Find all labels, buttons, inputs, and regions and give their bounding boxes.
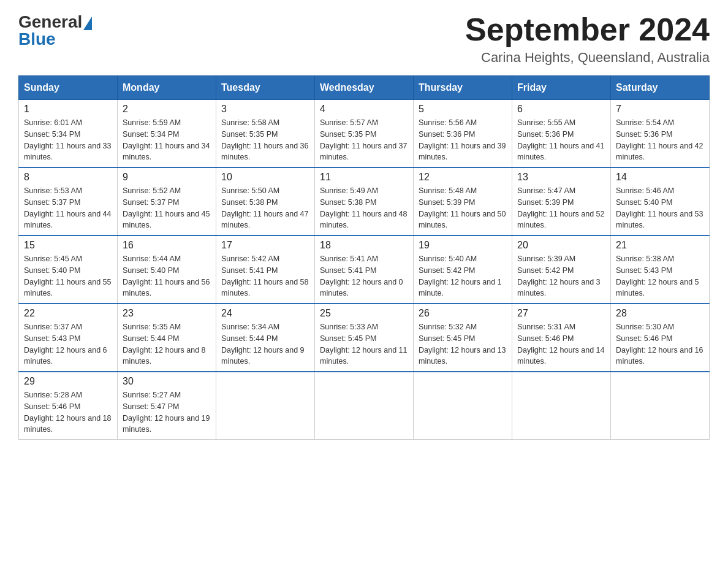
day-info: Sunrise: 5:41 AMSunset: 5:41 PMDaylight:…: [320, 253, 408, 299]
day-number: 18: [320, 240, 408, 251]
day-info: Sunrise: 5:56 AMSunset: 5:36 PMDaylight:…: [419, 117, 507, 163]
day-number: 20: [517, 240, 605, 251]
calendar-cell: 13 Sunrise: 5:47 AMSunset: 5:39 PMDaylig…: [512, 167, 611, 236]
calendar-cell: 30 Sunrise: 5:27 AMSunset: 5:47 PMDaylig…: [118, 372, 216, 440]
day-info: Sunrise: 5:28 AMSunset: 5:46 PMDaylight:…: [24, 389, 112, 435]
day-info: Sunrise: 5:50 AMSunset: 5:38 PMDaylight:…: [221, 185, 309, 231]
day-info: Sunrise: 5:32 AMSunset: 5:45 PMDaylight:…: [419, 321, 507, 367]
day-info: Sunrise: 5:34 AMSunset: 5:44 PMDaylight:…: [221, 321, 309, 367]
calendar-cell: 16 Sunrise: 5:44 AMSunset: 5:40 PMDaylig…: [118, 236, 216, 304]
calendar-cell: 12 Sunrise: 5:48 AMSunset: 5:39 PMDaylig…: [414, 167, 512, 236]
calendar-cell: 9 Sunrise: 5:52 AMSunset: 5:37 PMDayligh…: [118, 167, 216, 236]
calendar-cell: 11 Sunrise: 5:49 AMSunset: 5:38 PMDaylig…: [315, 167, 414, 236]
calendar-cell: 28 Sunrise: 5:30 AMSunset: 5:46 PMDaylig…: [611, 304, 710, 372]
day-number: 23: [123, 308, 211, 319]
calendar-cell: 19 Sunrise: 5:40 AMSunset: 5:42 PMDaylig…: [414, 236, 512, 304]
day-number: 22: [24, 308, 112, 319]
calendar-cell: 10 Sunrise: 5:50 AMSunset: 5:38 PMDaylig…: [216, 167, 315, 236]
day-number: 13: [517, 172, 605, 183]
day-number: 17: [221, 240, 309, 251]
day-info: Sunrise: 5:59 AMSunset: 5:34 PMDaylight:…: [123, 117, 211, 163]
day-info: Sunrise: 5:38 AMSunset: 5:43 PMDaylight:…: [616, 253, 704, 299]
calendar-week-row: 1 Sunrise: 6:01 AMSunset: 5:34 PMDayligh…: [19, 100, 710, 168]
calendar-week-row: 8 Sunrise: 5:53 AMSunset: 5:37 PMDayligh…: [19, 167, 710, 236]
calendar-cell: 15 Sunrise: 5:45 AMSunset: 5:40 PMDaylig…: [19, 236, 118, 304]
day-info: Sunrise: 5:27 AMSunset: 5:47 PMDaylight:…: [123, 389, 211, 435]
day-info: Sunrise: 5:33 AMSunset: 5:45 PMDaylight:…: [320, 321, 408, 367]
calendar-cell: 4 Sunrise: 5:57 AMSunset: 5:35 PMDayligh…: [315, 100, 414, 168]
calendar-cell: 3 Sunrise: 5:58 AMSunset: 5:35 PMDayligh…: [216, 100, 315, 168]
days-header-row: Sunday Monday Tuesday Wednesday Thursday…: [19, 76, 710, 100]
day-info: Sunrise: 5:31 AMSunset: 5:46 PMDaylight:…: [517, 321, 605, 367]
header-wednesday: Wednesday: [315, 76, 414, 100]
header-saturday: Saturday: [611, 76, 710, 100]
calendar-cell: [216, 372, 315, 440]
day-info: Sunrise: 5:37 AMSunset: 5:43 PMDaylight:…: [24, 321, 112, 367]
calendar-week-row: 29 Sunrise: 5:28 AMSunset: 5:46 PMDaylig…: [19, 372, 710, 440]
day-number: 1: [24, 104, 112, 115]
header-friday: Friday: [512, 76, 611, 100]
day-info: Sunrise: 5:58 AMSunset: 5:35 PMDaylight:…: [221, 117, 309, 163]
day-info: Sunrise: 5:40 AMSunset: 5:42 PMDaylight:…: [419, 253, 507, 299]
header-tuesday: Tuesday: [216, 76, 315, 100]
calendar-week-row: 22 Sunrise: 5:37 AMSunset: 5:43 PMDaylig…: [19, 304, 710, 372]
calendar-cell: [315, 372, 414, 440]
day-info: Sunrise: 5:55 AMSunset: 5:36 PMDaylight:…: [517, 117, 605, 163]
calendar-cell: 17 Sunrise: 5:42 AMSunset: 5:41 PMDaylig…: [216, 236, 315, 304]
day-info: Sunrise: 5:46 AMSunset: 5:40 PMDaylight:…: [616, 185, 704, 231]
logo-triangle-icon: [83, 17, 92, 30]
day-number: 11: [320, 172, 408, 183]
calendar-cell: 21 Sunrise: 5:38 AMSunset: 5:43 PMDaylig…: [611, 236, 710, 304]
day-info: Sunrise: 5:39 AMSunset: 5:42 PMDaylight:…: [517, 253, 605, 299]
day-number: 7: [616, 104, 704, 115]
calendar-title: September 2024: [465, 12, 710, 47]
day-number: 10: [221, 172, 309, 183]
header-sunday: Sunday: [19, 76, 118, 100]
day-number: 28: [616, 308, 704, 319]
day-info: Sunrise: 5:42 AMSunset: 5:41 PMDaylight:…: [221, 253, 309, 299]
header-thursday: Thursday: [414, 76, 512, 100]
calendar-cell: [414, 372, 512, 440]
day-info: Sunrise: 5:53 AMSunset: 5:37 PMDaylight:…: [24, 185, 112, 231]
calendar-cell: 14 Sunrise: 5:46 AMSunset: 5:40 PMDaylig…: [611, 167, 710, 236]
calendar-cell: 6 Sunrise: 5:55 AMSunset: 5:36 PMDayligh…: [512, 100, 611, 168]
calendar-cell: 20 Sunrise: 5:39 AMSunset: 5:42 PMDaylig…: [512, 236, 611, 304]
day-number: 21: [616, 240, 704, 251]
day-info: Sunrise: 5:57 AMSunset: 5:35 PMDaylight:…: [320, 117, 408, 163]
header-monday: Monday: [118, 76, 216, 100]
calendar-cell: [512, 372, 611, 440]
day-number: 3: [221, 104, 309, 115]
page-header: General Blue September 2024 Carina Heigh…: [18, 12, 710, 66]
day-info: Sunrise: 5:47 AMSunset: 5:39 PMDaylight:…: [517, 185, 605, 231]
calendar-week-row: 15 Sunrise: 5:45 AMSunset: 5:40 PMDaylig…: [19, 236, 710, 304]
calendar-cell: 26 Sunrise: 5:32 AMSunset: 5:45 PMDaylig…: [414, 304, 512, 372]
calendar-cell: 29 Sunrise: 5:28 AMSunset: 5:46 PMDaylig…: [19, 372, 118, 440]
day-info: Sunrise: 5:35 AMSunset: 5:44 PMDaylight:…: [123, 321, 211, 367]
day-info: Sunrise: 6:01 AMSunset: 5:34 PMDaylight:…: [24, 117, 112, 163]
day-number: 6: [517, 104, 605, 115]
day-info: Sunrise: 5:30 AMSunset: 5:46 PMDaylight:…: [616, 321, 704, 367]
day-number: 26: [419, 308, 507, 319]
logo-blue-text: Blue: [18, 29, 56, 49]
day-number: 4: [320, 104, 408, 115]
day-number: 30: [123, 376, 211, 387]
day-info: Sunrise: 5:44 AMSunset: 5:40 PMDaylight:…: [123, 253, 211, 299]
day-number: 19: [419, 240, 507, 251]
day-number: 9: [123, 172, 211, 183]
day-number: 8: [24, 172, 112, 183]
title-area: September 2024 Carina Heights, Queenslan…: [465, 12, 710, 66]
day-number: 27: [517, 308, 605, 319]
calendar-table: Sunday Monday Tuesday Wednesday Thursday…: [18, 75, 710, 440]
day-number: 16: [123, 240, 211, 251]
calendar-subtitle: Carina Heights, Queensland, Australia: [465, 50, 710, 66]
day-info: Sunrise: 5:48 AMSunset: 5:39 PMDaylight:…: [419, 185, 507, 231]
day-info: Sunrise: 5:45 AMSunset: 5:40 PMDaylight:…: [24, 253, 112, 299]
calendar-cell: 1 Sunrise: 6:01 AMSunset: 5:34 PMDayligh…: [19, 100, 118, 168]
day-number: 12: [419, 172, 507, 183]
calendar-cell: [611, 372, 710, 440]
calendar-cell: 2 Sunrise: 5:59 AMSunset: 5:34 PMDayligh…: [118, 100, 216, 168]
calendar-cell: 27 Sunrise: 5:31 AMSunset: 5:46 PMDaylig…: [512, 304, 611, 372]
day-info: Sunrise: 5:54 AMSunset: 5:36 PMDaylight:…: [616, 117, 704, 163]
calendar-cell: 24 Sunrise: 5:34 AMSunset: 5:44 PMDaylig…: [216, 304, 315, 372]
day-number: 14: [616, 172, 704, 183]
